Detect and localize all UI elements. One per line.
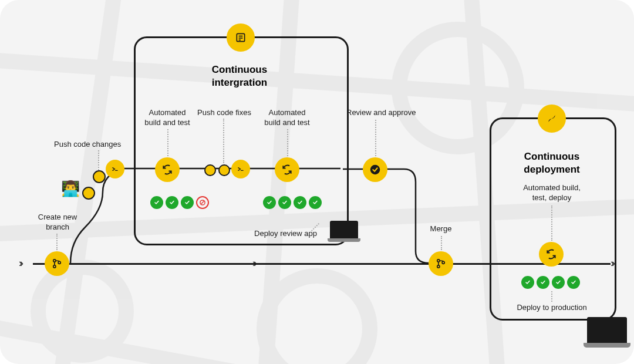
- ci-build-1-node: [155, 157, 180, 182]
- dotted-cd-build: [551, 205, 552, 241]
- dotted-branch: [56, 234, 58, 250]
- commit-node-1: [82, 187, 95, 200]
- svg-point-21: [437, 265, 440, 268]
- push-fixes-label: Push code fixes: [195, 108, 254, 118]
- merge-node: [429, 251, 453, 276]
- cd-panel: [490, 117, 616, 321]
- deploy-review-label: Deploy review app: [247, 229, 317, 239]
- push-node: [106, 160, 124, 178]
- ci-badge-icon: [227, 23, 255, 52]
- laptop-review-icon: [328, 221, 360, 244]
- ci-build-2-node: [275, 157, 299, 182]
- dotted-merge: [441, 236, 442, 250]
- cd-title: Continuous deployment: [505, 150, 599, 176]
- developer-icon: 👨‍💻: [61, 180, 80, 198]
- laptop-production-icon: [584, 317, 630, 350]
- svg-point-22: [442, 261, 444, 264]
- ci-checks-1: [150, 196, 209, 209]
- ci-build-1-label: Automated build and test: [141, 108, 194, 128]
- arrow-start: ››: [19, 257, 21, 269]
- cd-build-node: [539, 242, 564, 267]
- ci-checks-2: [263, 196, 322, 209]
- path-down: [343, 169, 448, 265]
- svg-point-16: [58, 261, 60, 264]
- dotted-push: [98, 150, 99, 170]
- fix-node-2: [218, 164, 230, 176]
- create-branch-node: [45, 251, 69, 276]
- push-changes-label: Push code changes: [54, 140, 136, 150]
- ci-title: Continuous intergration: [187, 63, 292, 89]
- svg-point-13: [553, 117, 554, 118]
- fix-node-1: [204, 164, 216, 176]
- svg-point-15: [53, 265, 56, 268]
- dotted-build1: [167, 129, 168, 156]
- commit-node-2: [93, 170, 106, 183]
- dotted-review: [375, 120, 376, 156]
- review-node: [363, 157, 387, 182]
- dotted-deploy-prod: [551, 291, 552, 302]
- arrow-mid: ››: [252, 257, 255, 269]
- svg-point-7: [264, 276, 370, 364]
- ci-build-2-label: Automated build and test: [261, 108, 313, 128]
- review-label: Review and approve: [346, 108, 423, 118]
- dotted-fixes: [223, 119, 224, 163]
- cd-badge-icon: [538, 105, 566, 133]
- svg-point-20: [437, 259, 440, 262]
- cd-checks: [521, 276, 580, 289]
- svg-line-19: [201, 201, 204, 204]
- create-branch-label: Create new branch: [34, 213, 81, 232]
- svg-point-17: [370, 165, 380, 175]
- dotted-build2: [287, 129, 288, 156]
- deploy-prod-label: Deploy to production: [506, 303, 598, 313]
- fix-push-node: [231, 160, 250, 178]
- cd-build-label: Automated build, test, deploy: [517, 183, 587, 203]
- svg-point-14: [53, 259, 56, 262]
- merge-label: Merge: [426, 224, 456, 234]
